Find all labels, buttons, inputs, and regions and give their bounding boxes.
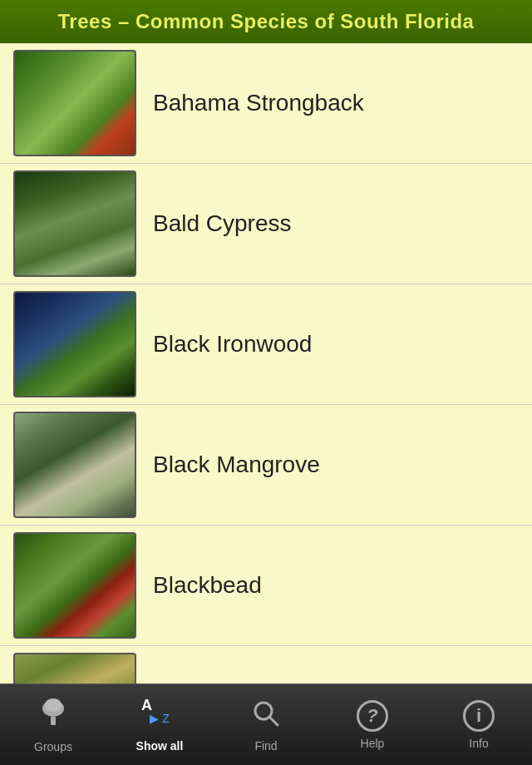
- species-thumbnail: [13, 170, 136, 277]
- search-icon: [250, 698, 282, 734]
- list-item-black-ironwood[interactable]: Black Ironwood: [0, 284, 532, 405]
- species-name: Black Mangrove: [146, 452, 320, 478]
- list-item-black-mangrove[interactable]: Black Mangrove: [0, 405, 532, 526]
- list-item-bald-cypress[interactable]: Bald Cypress: [0, 164, 532, 284]
- svg-line-4: [269, 717, 278, 725]
- species-name: Bahama Strongback: [146, 90, 364, 116]
- species-thumbnail: [13, 653, 136, 684]
- tab-info-label: Info: [469, 737, 488, 750]
- info-icon: i: [463, 700, 495, 732]
- species-thumbnail: [13, 50, 136, 156]
- species-thumbnail: [13, 532, 136, 639]
- page-title: Trees – Common Species of South Florida: [13, 10, 519, 33]
- species-thumbnail: [13, 291, 136, 397]
- tab-groups[interactable]: Groups: [0, 684, 106, 765]
- tab-bar: Groups A ▶ Z Show all Find ? Help i Info: [0, 684, 532, 765]
- tab-help-label: Help: [361, 737, 385, 750]
- tab-show-all[interactable]: A ▶ Z Show all: [106, 684, 213, 765]
- tab-find[interactable]: Find: [213, 684, 319, 765]
- az-icon: A ▶ Z: [141, 698, 178, 734]
- tab-groups-label: Groups: [34, 740, 72, 753]
- species-thumbnail: [13, 412, 136, 518]
- app-header: Trees – Common Species of South Florida: [0, 0, 532, 43]
- svg-point-1: [45, 698, 62, 712]
- svg-rect-2: [51, 717, 56, 725]
- tab-find-label: Find: [254, 739, 277, 753]
- tab-show-all-label: Show all: [136, 739, 184, 753]
- species-name: Blackbead: [146, 572, 262, 599]
- list-item-blolly[interactable]: Blolly: [0, 646, 532, 684]
- list-item-bahama-strongback[interactable]: Bahama Strongback: [0, 43, 532, 164]
- species-name: Bald Cypress: [146, 210, 292, 237]
- tab-info[interactable]: i Info: [426, 684, 532, 765]
- list-item-blackbead[interactable]: Blackbead: [0, 526, 532, 646]
- tree-icon: [37, 697, 70, 735]
- tab-help[interactable]: ? Help: [319, 684, 426, 765]
- help-icon: ?: [357, 700, 388, 732]
- species-name: Black Ironwood: [146, 331, 312, 358]
- species-list: Bahama StrongbackBald CypressBlack Ironw…: [0, 43, 532, 684]
